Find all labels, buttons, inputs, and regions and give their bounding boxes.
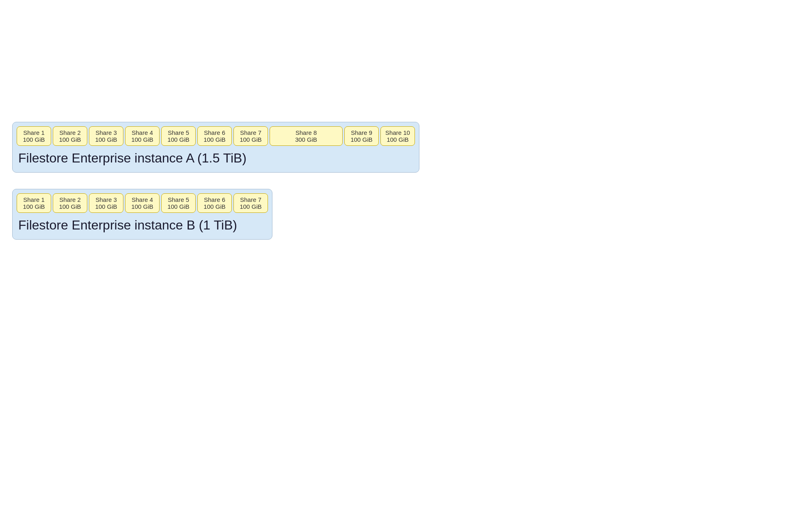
- share-size-0-5: 100 GiB: [202, 136, 227, 143]
- share-size-1-4: 100 GiB: [166, 203, 191, 210]
- instance-wrapper-1: Share 1100 GiBShare 2100 GiBShare 3100 G…: [12, 189, 800, 240]
- share-box-1-0[interactable]: Share 1100 GiB: [17, 193, 51, 213]
- share-size-0-0: 100 GiB: [21, 136, 47, 143]
- share-box-1-3[interactable]: Share 4100 GiB: [125, 193, 160, 213]
- share-name-0-8: Share 9: [349, 129, 374, 136]
- share-box-0-0[interactable]: Share 1100 GiB: [17, 126, 51, 146]
- share-box-1-2[interactable]: Share 3100 GiB: [89, 193, 123, 213]
- share-size-0-7: 300 GiB: [274, 136, 338, 143]
- instance-box-0: Share 1100 GiBShare 2100 GiBShare 3100 G…: [12, 122, 419, 173]
- share-name-0-4: Share 5: [166, 129, 191, 136]
- share-size-1-6: 100 GiB: [238, 203, 263, 210]
- share-box-0-6[interactable]: Share 7100 GiB: [233, 126, 268, 146]
- share-name-1-3: Share 4: [130, 196, 155, 203]
- share-name-0-1: Share 2: [57, 129, 83, 136]
- share-size-0-4: 100 GiB: [166, 136, 191, 143]
- instance-box-1: Share 1100 GiBShare 2100 GiBShare 3100 G…: [12, 189, 272, 240]
- share-size-0-9: 100 GiB: [385, 136, 410, 143]
- share-size-1-1: 100 GiB: [57, 203, 83, 210]
- share-name-0-6: Share 7: [238, 129, 263, 136]
- share-box-0-1[interactable]: Share 2100 GiB: [53, 126, 87, 146]
- share-name-1-1: Share 2: [57, 196, 83, 203]
- share-box-0-2[interactable]: Share 3100 GiB: [89, 126, 123, 146]
- share-size-0-1: 100 GiB: [57, 136, 83, 143]
- share-name-0-3: Share 4: [130, 129, 155, 136]
- share-box-1-1[interactable]: Share 2100 GiB: [53, 193, 87, 213]
- share-name-1-6: Share 7: [238, 196, 263, 203]
- share-name-1-5: Share 6: [202, 196, 227, 203]
- share-box-1-4[interactable]: Share 5100 GiB: [161, 193, 196, 213]
- share-name-0-7: Share 8: [274, 129, 338, 136]
- main-container: Share 1100 GiBShare 2100 GiBShare 3100 G…: [12, 122, 800, 256]
- share-name-0-0: Share 1: [21, 129, 47, 136]
- share-box-0-7[interactable]: Share 8300 GiB: [270, 126, 343, 146]
- share-box-0-5[interactable]: Share 6100 GiB: [197, 126, 232, 146]
- share-box-0-9[interactable]: Share 10100 GiB: [380, 126, 415, 146]
- instance-label-0: Filestore Enterprise instance A (1.5 TiB…: [17, 149, 415, 167]
- share-size-1-2: 100 GiB: [93, 203, 119, 210]
- share-size-0-8: 100 GiB: [349, 136, 374, 143]
- instance-label-1: Filestore Enterprise instance B (1 TiB): [17, 216, 268, 234]
- shares-row-1: Share 1100 GiBShare 2100 GiBShare 3100 G…: [17, 193, 268, 213]
- share-box-1-5[interactable]: Share 6100 GiB: [197, 193, 232, 213]
- share-name-1-0: Share 1: [21, 196, 47, 203]
- share-name-0-9: Share 10: [385, 129, 410, 136]
- shares-row-0: Share 1100 GiBShare 2100 GiBShare 3100 G…: [17, 126, 415, 146]
- share-box-1-6[interactable]: Share 7100 GiB: [233, 193, 268, 213]
- share-name-1-2: Share 3: [93, 196, 119, 203]
- share-size-0-2: 100 GiB: [93, 136, 119, 143]
- share-box-0-8[interactable]: Share 9100 GiB: [344, 126, 379, 146]
- share-size-1-5: 100 GiB: [202, 203, 227, 210]
- share-name-1-4: Share 5: [166, 196, 191, 203]
- share-size-1-0: 100 GiB: [21, 203, 47, 210]
- share-box-0-3[interactable]: Share 4100 GiB: [125, 126, 160, 146]
- share-name-0-2: Share 3: [93, 129, 119, 136]
- instance-wrapper-0: Share 1100 GiBShare 2100 GiBShare 3100 G…: [12, 122, 800, 173]
- share-box-0-4[interactable]: Share 5100 GiB: [161, 126, 196, 146]
- share-name-0-5: Share 6: [202, 129, 227, 136]
- share-size-1-3: 100 GiB: [130, 203, 155, 210]
- share-size-0-3: 100 GiB: [130, 136, 155, 143]
- share-size-0-6: 100 GiB: [238, 136, 263, 143]
